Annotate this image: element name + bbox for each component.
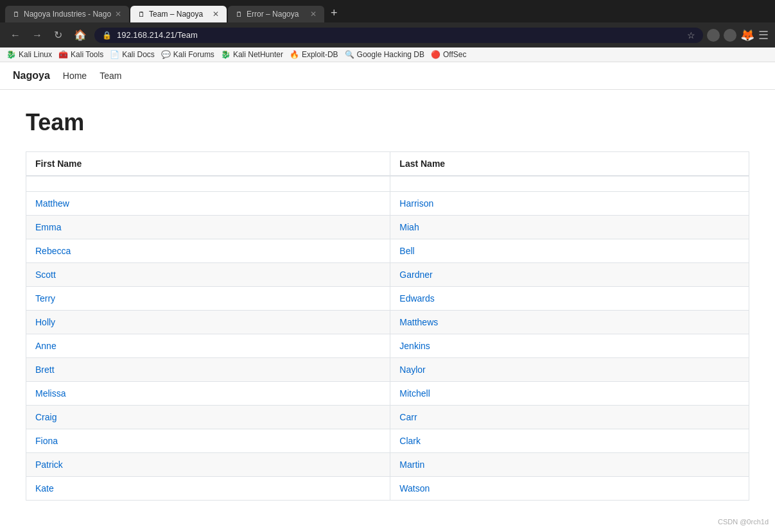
lock-icon: 🔒 [102,31,112,40]
cell-first-8: Melissa [26,381,390,405]
firefox-icon[interactable]: 🦊 [740,28,754,42]
circle-btn-1 [707,29,720,42]
cell-last-1: Miah [390,215,749,239]
kali-linux-icon: 🐉 [6,50,16,59]
google-hacking-label: Google Hacking DB [357,50,424,59]
table-row: BrettNaylor [26,357,749,381]
cell-last-5: Matthews [390,310,749,334]
kali-forums-label: Kali Forums [173,50,214,59]
bookmark-offsec[interactable]: 🔴 OffSec [431,50,466,59]
browser-chrome: 🗒 Nagoya Industries - Nago ✕ 🗒 Team – Na… [0,0,775,62]
address-text: 192.168.214.21/Team [117,30,682,40]
nav-home[interactable]: Home [63,71,87,81]
kali-forums-icon: 💬 [161,50,171,59]
cell-first-4: Terry [26,286,390,310]
app-brand[interactable]: Nagoya [13,70,50,82]
refresh-button[interactable]: ↻ [50,26,66,44]
tab-1-close[interactable]: ✕ [115,10,121,19]
cell-last-8: Mitchell [390,381,749,405]
cell-first-3: Scott [26,262,390,286]
cell-first-5: Holly [26,310,390,334]
back-button[interactable]: ← [6,27,24,44]
bookmark-star-icon[interactable]: ☆ [687,30,695,40]
cell-first-9: Craig [26,405,390,429]
table-row: MatthewHarrison [26,191,749,215]
cell-first-11: Patrick [26,452,390,476]
cell-last-7: Naylor [390,357,749,381]
cell-last-11: Martin [390,452,749,476]
cell-last-0: Harrison [390,191,749,215]
tab-2-close[interactable]: ✕ [213,10,219,19]
table-row: CraigCarr [26,405,749,429]
exploit-db-label: Exploit-DB [302,50,338,59]
table-header-row: First Name Last Name [26,152,749,176]
offsec-label: OffSec [443,50,466,59]
exploit-db-icon: 🔥 [290,50,299,59]
cell-last-3: Gardner [390,262,749,286]
new-tab-button[interactable]: + [326,4,343,22]
cell-last-6: Jenkins [390,334,749,357]
main-content: Team First Name Last Name MatthewHarriso… [0,90,775,520]
bookmark-kali-forums[interactable]: 💬 Kali Forums [161,50,214,59]
google-hacking-icon: 🔍 [345,50,354,59]
circle-btn-2 [724,29,736,42]
tab-2-favicon: 🗒 [138,10,145,18]
tab-1-favicon: 🗒 [13,10,20,18]
table-empty-row [26,176,749,191]
table-row: PatrickMartin [26,452,749,476]
tab-3-title: Error – Nagoya [247,10,306,19]
tab-3-close[interactable]: ✕ [310,10,317,19]
forward-button[interactable]: → [28,27,46,44]
cell-last-9: Carr [390,405,749,429]
col-first-name: First Name [26,152,390,176]
tab-1-title: Nagoya Industries - Nago [24,10,111,19]
table-row: TerryEdwards [26,286,749,310]
kali-nethunter-icon: 🐉 [221,50,231,59]
table-row: AnneJenkins [26,334,749,357]
cell-last-4: Edwards [390,286,749,310]
table-row: FionaClark [26,429,749,452]
table-row: EmmaMiah [26,215,749,239]
cell-last-10: Clark [390,429,749,452]
bookmark-kali-docs[interactable]: 📄 Kali Docs [110,50,155,59]
cell-first-7: Brett [26,357,390,381]
tab-bar: 🗒 Nagoya Industries - Nago ✕ 🗒 Team – Na… [0,0,775,22]
bookmark-exploit-db[interactable]: 🔥 Exploit-DB [290,50,338,59]
address-bar[interactable]: 🔒 192.168.214.21/Team ☆ [94,28,703,43]
browser-controls: ← → ↻ 🏠 🔒 192.168.214.21/Team ☆ 🦊 ☰ [0,22,775,47]
kali-docs-icon: 📄 [110,50,119,59]
col-last-name: Last Name [390,152,749,176]
table-row: KateWatson [26,476,749,500]
tab-3[interactable]: 🗒 Error – Nagoya ✕ [228,6,324,22]
home-button[interactable]: 🏠 [70,26,91,44]
bookmarks-bar: 🐉 Kali Linux 🧰 Kali Tools 📄 Kali Docs 💬 … [0,47,775,62]
cell-first-10: Fiona [26,429,390,452]
tab-1[interactable]: 🗒 Nagoya Industries - Nago ✕ [5,6,129,22]
table-row: ScottGardner [26,262,749,286]
bookmark-kali-tools[interactable]: 🧰 Kali Tools [58,50,103,59]
cell-first-0: Matthew [26,191,390,215]
nav-team[interactable]: Team [100,71,121,81]
watermark: CSDN @0rch1d [718,518,769,520]
cell-first-2: Rebecca [26,239,390,262]
page-title: Team [26,109,749,136]
bookmark-kali-linux[interactable]: 🐉 Kali Linux [6,50,52,59]
kali-docs-label: Kali Docs [122,50,155,59]
menu-icon[interactable]: ☰ [758,28,769,42]
cell-first-6: Anne [26,334,390,357]
table-row: MelissaMitchell [26,381,749,405]
kali-linux-label: Kali Linux [19,50,52,59]
tab-2-title: Team – Nagoya [149,10,209,19]
cell-first-1: Emma [26,215,390,239]
kali-tools-icon: 🧰 [58,50,68,59]
table-row: RebeccaBell [26,239,749,262]
kali-nethunter-label: Kali NetHunter [233,50,283,59]
tab-2[interactable]: 🗒 Team – Nagoya ✕ [130,6,227,22]
bookmark-kali-nethunter[interactable]: 🐉 Kali NetHunter [221,50,283,59]
app-navbar: Nagoya Home Team [0,62,775,90]
cell-last-12: Watson [390,476,749,500]
tab-3-favicon: 🗒 [236,10,243,18]
bookmark-google-hacking[interactable]: 🔍 Google Hacking DB [345,50,424,59]
browser-menu-icons: 🦊 ☰ [707,28,769,42]
kali-tools-label: Kali Tools [71,50,103,59]
